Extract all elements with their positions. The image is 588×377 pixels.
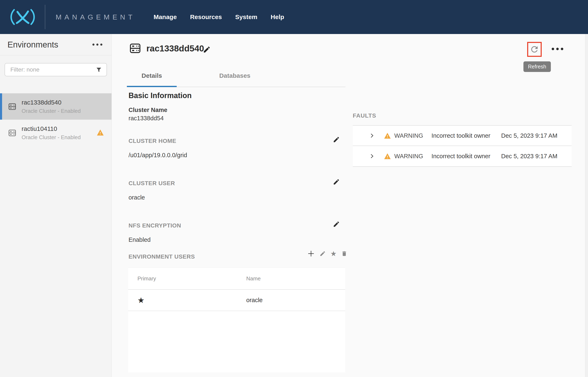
expand-chevron-icon[interactable]: [369, 153, 375, 159]
basic-information-heading: Basic Information: [128, 91, 192, 100]
edit-cluster-home-button[interactable]: [333, 136, 340, 143]
table-row[interactable]: ★ oracle: [128, 290, 345, 311]
environment-detail-panel: rac1338dd540 Refresh Details Databases B…: [112, 34, 588, 377]
warning-icon: [384, 132, 391, 139]
environment-name: ractiu104110: [22, 125, 81, 132]
refresh-button-highlight-box: [527, 42, 542, 57]
brand-label: MANAGEMENT: [56, 13, 135, 21]
pencil-icon: [333, 136, 340, 143]
column-header-name: Name: [246, 275, 261, 282]
refresh-button[interactable]: [530, 45, 539, 54]
detail-tabs: Details Databases: [127, 72, 346, 87]
cluster-home-label: CLUSTER HOME: [128, 138, 176, 144]
delete-user-button[interactable]: [341, 250, 347, 257]
refresh-icon: [530, 45, 539, 54]
fault-row[interactable]: WARNING Incorrect toolkit owner Dec 5, 2…: [353, 146, 572, 167]
top-nav: MANAGEMENT Manage Resources System Help: [0, 0, 588, 34]
fault-title: Incorrect toolkit owner: [431, 153, 490, 160]
faults-list: WARNING Incorrect toolkit owner Dec 5, 2…: [353, 125, 572, 167]
sidebar-more-options-icon[interactable]: [92, 44, 102, 46]
sidebar-header: Environments: [0, 34, 112, 55]
user-name: oracle: [246, 297, 263, 304]
set-primary-user-button[interactable]: ★: [330, 250, 337, 257]
warning-icon: [384, 153, 391, 159]
environment-item-text: rac1338dd540 Oracle Cluster - Enabled: [22, 99, 81, 114]
nfs-encryption-value: Enabled: [128, 236, 150, 243]
filter-input[interactable]: [5, 63, 107, 76]
cluster-name-value: rac1338dd54: [128, 115, 164, 122]
vertical-scrollbar[interactable]: [585, 34, 588, 377]
refresh-tooltip: Refresh: [524, 61, 551, 72]
environments-sidebar: Environments rac13: [0, 34, 112, 377]
more-options-icon[interactable]: [552, 48, 563, 50]
delphix-logo-icon[interactable]: [7, 9, 38, 25]
plus-icon: [307, 250, 315, 258]
pencil-icon: [333, 221, 340, 228]
table-header-row: Primary Name: [128, 268, 345, 290]
environment-icon: [129, 42, 141, 54]
star-icon: ★: [330, 250, 337, 257]
filter-icon[interactable]: [96, 67, 101, 72]
sidebar-item-rac1338dd540[interactable]: rac1338dd540 Oracle Cluster - Enabled: [0, 93, 112, 120]
nav-item-resources[interactable]: Resources: [190, 13, 222, 21]
fault-timestamp: Dec 5, 2023 9:17 AM: [501, 132, 557, 139]
expand-chevron-icon[interactable]: [369, 132, 375, 139]
main-menu: Manage Resources System Help: [154, 13, 284, 21]
fault-severity: WARNING: [394, 132, 423, 139]
sidebar-title: Environments: [7, 40, 58, 49]
fault-title: Incorrect toolkit owner: [431, 132, 490, 139]
pencil-icon: [320, 250, 326, 257]
warning-icon: [97, 129, 104, 136]
edit-cluster-user-button[interactable]: [333, 178, 340, 185]
edit-title-pencil-icon[interactable]: [203, 46, 211, 54]
environment-users-table: Primary Name ★ oracle: [128, 268, 345, 372]
environment-subtitle: Oracle Cluster - Enabled: [22, 134, 81, 141]
cluster-home-value: /u01/app/19.0.0.0/grid: [128, 152, 187, 159]
trash-icon: [341, 250, 347, 257]
environment-icon: [8, 129, 17, 137]
fault-timestamp: Dec 5, 2023 9:17 AM: [501, 153, 557, 160]
cluster-name-label: Cluster Name: [128, 106, 167, 113]
fault-row[interactable]: WARNING Incorrect toolkit owner Dec 5, 2…: [353, 125, 572, 146]
environment-users-heading: ENVIRONMENT USERS: [128, 253, 195, 260]
faults-heading: FAULTS: [353, 112, 376, 119]
environment-icon: [8, 102, 17, 111]
nav-item-system[interactable]: System: [235, 13, 257, 21]
nav-item-help[interactable]: Help: [271, 13, 284, 21]
pencil-icon: [333, 178, 340, 185]
environment-name: rac1338dd540: [22, 99, 81, 106]
environment-item-text: ractiu104110 Oracle Cluster - Enabled: [22, 125, 81, 141]
fault-severity: WARNING: [394, 153, 423, 160]
nfs-encryption-label: NFS ENCRYPTION: [128, 222, 181, 229]
cluster-user-label: CLUSTER USER: [128, 180, 175, 187]
edit-user-button[interactable]: [320, 250, 326, 257]
nav-item-manage[interactable]: Manage: [154, 13, 177, 21]
environment-users-toolbar: ★: [307, 250, 347, 258]
edit-nfs-encryption-button[interactable]: [333, 221, 340, 228]
environment-subtitle: Oracle Cluster - Enabled: [22, 108, 81, 114]
tab-databases[interactable]: Databases: [210, 72, 260, 87]
sidebar-item-ractiu104110[interactable]: ractiu104110 Oracle Cluster - Enabled: [0, 120, 112, 146]
cluster-user-value: oracle: [128, 194, 145, 201]
tab-details[interactable]: Details: [127, 72, 177, 87]
nav-divider: [45, 5, 45, 29]
page-title: rac1338dd540: [146, 44, 204, 54]
environment-list: rac1338dd540 Oracle Cluster - Enabled r: [0, 93, 112, 146]
primary-star-icon: ★: [138, 296, 145, 305]
filter-field: [5, 63, 107, 76]
add-user-button[interactable]: [307, 250, 315, 258]
column-header-primary: Primary: [138, 275, 246, 282]
